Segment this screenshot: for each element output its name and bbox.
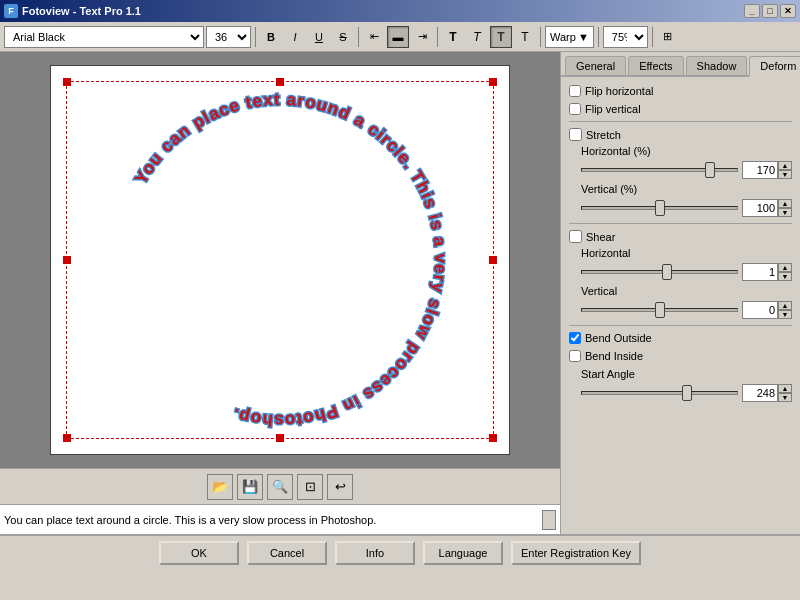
vertical-slider[interactable] — [581, 206, 738, 210]
separator-1 — [255, 27, 256, 47]
bend-outside-label: Bend Outside — [585, 332, 652, 344]
horizontal-slider[interactable] — [581, 168, 738, 172]
horizontal-number-input[interactable] — [742, 161, 778, 179]
bottom-bar: OK Cancel Info Language Enter Registrati… — [0, 534, 800, 570]
font-size-select[interactable]: 36 — [206, 26, 251, 48]
bold-button[interactable]: B — [260, 26, 282, 48]
handle-top-right[interactable] — [489, 78, 497, 86]
horizontal-spin-up[interactable]: ▲ — [778, 161, 792, 170]
open-file-button[interactable]: 📂 — [207, 474, 233, 500]
strikethrough-button[interactable]: S — [332, 26, 354, 48]
tab-shadow[interactable]: Shadow — [686, 56, 748, 75]
text-style-btn4[interactable]: T — [514, 26, 536, 48]
separator-3 — [437, 27, 438, 47]
language-button[interactable]: Language — [423, 541, 503, 565]
bend-inside-row: Bend Inside — [569, 350, 792, 362]
align-right-button[interactable]: ⇥ — [411, 26, 433, 48]
window-title: Fotoview - Text Pro 1.1 — [22, 5, 141, 17]
zoom-percent-select[interactable]: 75% — [603, 26, 648, 48]
zoom-button[interactable]: 🔍 — [267, 474, 293, 500]
ok-button[interactable]: OK — [159, 541, 239, 565]
undo-button[interactable]: ↩ — [327, 474, 353, 500]
start-angle-spin-down[interactable]: ▼ — [778, 393, 792, 402]
vertical-spin-up[interactable]: ▲ — [778, 199, 792, 208]
handle-mid-right[interactable] — [489, 256, 497, 264]
app-icon: F — [4, 4, 18, 18]
shear-vertical-slider[interactable] — [581, 308, 738, 312]
shear-horizontal-label: Horizontal — [581, 247, 661, 259]
stretch-checkbox[interactable] — [569, 128, 582, 141]
text-style-btn2[interactable]: T — [466, 26, 488, 48]
maximize-button[interactable]: □ — [762, 4, 778, 18]
tab-effects[interactable]: Effects — [628, 56, 683, 75]
horizontal-spin-down[interactable]: ▼ — [778, 170, 792, 179]
warp-label: Warp — [550, 31, 576, 43]
separator-2 — [358, 27, 359, 47]
shear-horizontal-param-row: Horizontal — [569, 247, 792, 259]
flip-horizontal-label: Flip horizontal — [585, 85, 653, 97]
bend-outside-row: Bend Outside — [569, 332, 792, 344]
circular-text-svg: You can place text around a circle. This… — [70, 70, 490, 450]
font-select[interactable]: Arial Black — [4, 26, 204, 48]
separator-6 — [652, 27, 653, 47]
stretch-label: Stretch — [586, 129, 621, 141]
shear-vertical-input[interactable] — [742, 301, 778, 319]
align-left-button[interactable]: ⇤ — [363, 26, 385, 48]
align-center-button[interactable]: ▬ — [387, 26, 409, 48]
flip-vertical-label: Flip vertical — [585, 103, 641, 115]
warp-dropdown[interactable]: Warp ▼ — [545, 26, 594, 48]
vertical-param-row: Vertical (%) — [569, 183, 792, 195]
shear-horizontal-input-group: ▲ ▼ — [742, 263, 792, 281]
italic-button[interactable]: I — [284, 26, 306, 48]
warp-arrow: ▼ — [578, 31, 589, 43]
fit-button[interactable]: ⊡ — [297, 474, 323, 500]
main-toolbar: Arial Black 36 B I U S ⇤ ▬ ⇥ T T T T War… — [0, 22, 800, 52]
extra-button[interactable]: ⊞ — [657, 26, 679, 48]
vertical-spin-down[interactable]: ▼ — [778, 208, 792, 217]
shear-label: Shear — [586, 231, 615, 243]
start-angle-slider[interactable] — [581, 391, 738, 395]
shear-horizontal-spin-up[interactable]: ▲ — [778, 263, 792, 272]
close-button[interactable]: ✕ — [780, 4, 796, 18]
shear-horizontal-spin-down[interactable]: ▼ — [778, 272, 792, 281]
info-button[interactable]: Info — [335, 541, 415, 565]
divider-1 — [569, 121, 792, 122]
separator-4 — [540, 27, 541, 47]
separator-5 — [598, 27, 599, 47]
bend-outside-checkbox[interactable] — [569, 332, 581, 344]
text-preview-scrollbar[interactable] — [542, 510, 556, 530]
vertical-number-input[interactable] — [742, 199, 778, 217]
tabs: General Effects Shadow Deform — [561, 52, 800, 77]
canvas-content[interactable]: You can place text around a circle. This… — [50, 65, 510, 455]
start-angle-input[interactable] — [742, 384, 778, 402]
bend-inside-label: Bend Inside — [585, 350, 643, 362]
vertical-label: Vertical (%) — [581, 183, 661, 195]
bend-inside-checkbox[interactable] — [569, 350, 581, 362]
title-bar: F Fotoview - Text Pro 1.1 _ □ ✕ — [0, 0, 800, 22]
flip-vertical-checkbox[interactable] — [569, 103, 581, 115]
start-angle-input-group: ▲ ▼ — [742, 384, 792, 402]
handle-bottom-right[interactable] — [489, 434, 497, 442]
minimize-button[interactable]: _ — [744, 4, 760, 18]
shear-section-header: Shear — [569, 230, 792, 243]
text-style-btn1[interactable]: T — [442, 26, 464, 48]
tab-deform[interactable]: Deform — [749, 56, 800, 77]
shear-checkbox[interactable] — [569, 230, 582, 243]
flip-horizontal-checkbox[interactable] — [569, 85, 581, 97]
shear-horizontal-input[interactable] — [742, 263, 778, 281]
vertical-slider-row: ▲ ▼ — [569, 199, 792, 217]
vertical-number-input-group: ▲ ▼ — [742, 199, 792, 217]
register-button[interactable]: Enter Registration Key — [511, 541, 641, 565]
tab-general[interactable]: General — [565, 56, 626, 75]
main-layout: You can place text around a circle. This… — [0, 52, 800, 534]
start-angle-spin-up[interactable]: ▲ — [778, 384, 792, 393]
shear-vertical-spin-down[interactable]: ▼ — [778, 310, 792, 319]
shear-horizontal-slider-row: ▲ ▼ — [569, 263, 792, 281]
right-panel: General Effects Shadow Deform Flip horiz… — [560, 52, 800, 534]
shear-vertical-spin-up[interactable]: ▲ — [778, 301, 792, 310]
text-style-btn3[interactable]: T — [490, 26, 512, 48]
shear-horizontal-slider[interactable] — [581, 270, 738, 274]
cancel-button[interactable]: Cancel — [247, 541, 327, 565]
save-file-button[interactable]: 💾 — [237, 474, 263, 500]
underline-button[interactable]: U — [308, 26, 330, 48]
